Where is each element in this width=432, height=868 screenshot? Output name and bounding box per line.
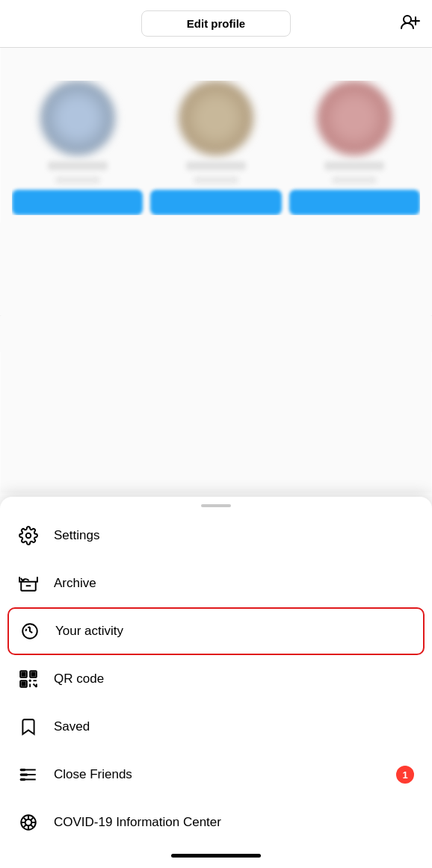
follow-button[interactable] [150,190,281,215]
edit-profile-button[interactable]: Edit profile [141,10,291,37]
svg-line-44 [31,817,34,820]
profile-header: Edit profile [0,0,432,48]
svg-point-16 [26,533,31,539]
covid-label: COVID-19 Information Center [54,815,221,830]
svg-rect-22 [22,672,25,675]
close-friends-icon [18,764,39,785]
your-activity-label: Your activity [55,624,123,639]
bottom-sheet: Settings Archive Your activity [0,497,432,868]
menu-item-saved[interactable]: Saved [0,703,432,751]
svg-point-0 [404,16,411,23]
archive-label: Archive [54,576,96,591]
covid-icon [18,812,39,833]
saved-label: Saved [54,719,90,734]
archive-icon [18,573,39,594]
person-sub-bar [55,176,100,184]
follow-button[interactable] [12,190,143,215]
add-friend-icon[interactable] [401,13,420,34]
svg-line-43 [31,825,34,828]
menu-item-covid[interactable]: COVID-19 Information Center [0,799,432,846]
sheet-handle [0,497,432,512]
home-indicator [171,854,261,858]
svg-rect-23 [31,672,34,675]
person-sub-bar [332,176,377,184]
close-friends-badge: 1 [396,766,414,784]
menu-item-settings[interactable]: Settings [0,512,432,559]
settings-icon [18,525,39,546]
person-avatar [40,81,115,155]
person-name-bar [324,161,384,170]
profile-background [0,0,432,493]
svg-rect-24 [22,682,25,685]
follow-button[interactable] [289,190,420,215]
menu-item-archive[interactable]: Archive [0,559,432,607]
svg-line-42 [23,817,26,820]
svg-line-45 [23,825,26,828]
discover-people-row [12,81,420,215]
person-avatar [179,81,253,155]
person-name-bar [48,161,108,170]
menu-item-your-activity[interactable]: Your activity [7,607,425,655]
close-friends-label: Close Friends [54,767,132,782]
qr-code-icon [18,669,39,689]
saved-icon [18,716,39,737]
qr-code-label: QR code [54,672,104,686]
menu-item-close-friends[interactable]: Close Friends 1 [0,751,432,799]
person-name-bar [186,161,246,170]
svg-point-37 [25,819,32,826]
handle-bar [201,504,231,507]
settings-label: Settings [54,528,99,543]
person-sub-bar [194,176,238,184]
menu-item-qr-code[interactable]: QR code [0,655,432,703]
person-avatar [317,81,392,155]
your-activity-icon [19,621,40,642]
